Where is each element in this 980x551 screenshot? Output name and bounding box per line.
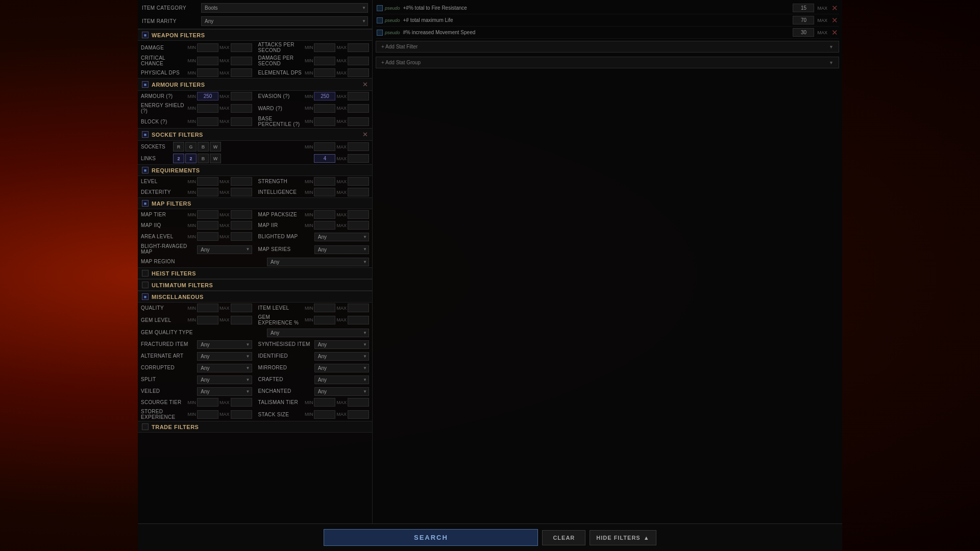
map-iiq-max-input[interactable]	[231, 221, 252, 230]
map-region-select[interactable]: Any	[267, 258, 369, 266]
item-level-max-input[interactable]	[348, 304, 369, 312]
int-min-input[interactable]	[314, 188, 335, 196]
stat-2-delete-btn[interactable]: ✕	[831, 16, 838, 24]
map-packsize-min-input[interactable]	[314, 210, 335, 219]
misc-filters-header[interactable]: ■ Miscellaneous	[138, 291, 372, 303]
stat-1-max-label[interactable]: MAX	[816, 6, 828, 11]
stat-3-value-input[interactable]	[793, 28, 814, 37]
requirements-header[interactable]: ■ Requirements	[138, 164, 372, 176]
socket-filters-close[interactable]: ✕	[362, 131, 368, 138]
stat-2-value-input[interactable]	[793, 16, 814, 24]
link-b-btn[interactable]: B	[198, 154, 209, 163]
gem-exp-max-input[interactable]	[348, 316, 369, 324]
edps-min-input[interactable]	[314, 68, 335, 77]
blight-ravaged-select[interactable]: Any	[197, 245, 252, 254]
gem-exp-min-input[interactable]	[314, 316, 335, 324]
damage-max-input[interactable]	[231, 43, 252, 52]
evasion-min-input[interactable]	[314, 92, 335, 101]
misc-filters-toggle[interactable]: ■	[142, 293, 149, 300]
stat-3-max-label[interactable]: MAX	[816, 30, 828, 35]
talisman-tier-max-input[interactable]	[348, 398, 369, 407]
socket-filters-toggle[interactable]: ■	[142, 131, 149, 138]
armour-filters-close[interactable]: ✕	[362, 81, 368, 88]
base-pct-max-input[interactable]	[348, 117, 369, 126]
map-tier-max-input[interactable]	[231, 210, 252, 219]
dps-min-input[interactable]	[314, 57, 335, 65]
enchanted-select[interactable]: Any	[314, 387, 369, 396]
weapon-filters-header[interactable]: ■ Weapon Filters	[138, 29, 372, 41]
stat-1-delete-btn[interactable]: ✕	[831, 4, 838, 12]
socket-b-btn[interactable]: B	[198, 142, 209, 152]
map-iiq-min-input[interactable]	[197, 221, 218, 230]
stat-2-checkbox[interactable]	[377, 17, 383, 23]
blighted-map-select[interactable]: Any	[314, 233, 369, 241]
area-level-min-input[interactable]	[197, 232, 218, 241]
alt-art-select[interactable]: Any	[197, 352, 252, 361]
stat-3-delete-btn[interactable]: ✕	[831, 29, 838, 36]
socket-g-btn[interactable]: G	[185, 142, 197, 152]
fractured-select[interactable]: Any	[197, 340, 252, 349]
weapon-filters-toggle[interactable]: ■	[142, 32, 149, 38]
add-stat-filter-button[interactable]: + Add Stat Filter ▼	[376, 41, 839, 53]
identified-select[interactable]: Any	[314, 352, 369, 361]
dex-max-input[interactable]	[231, 188, 252, 196]
armour-filters-toggle[interactable]: ■	[142, 81, 149, 88]
crit-max-input[interactable]	[231, 57, 252, 65]
crafted-select[interactable]: Any	[314, 375, 369, 384]
map-iir-min-input[interactable]	[314, 221, 335, 230]
sockets-min-input[interactable]	[314, 142, 335, 151]
split-select[interactable]: Any	[197, 375, 252, 384]
hide-filters-button[interactable]: Hide Filters ▲	[590, 530, 656, 545]
dex-min-input[interactable]	[197, 188, 218, 196]
corrupted-select[interactable]: Any	[197, 364, 252, 372]
socket-filters-header[interactable]: ■ Socket Filters ✕	[138, 128, 372, 141]
level-min-input[interactable]	[197, 177, 218, 186]
stat-2-max-label[interactable]: MAX	[816, 18, 828, 23]
int-max-input[interactable]	[348, 188, 369, 196]
gem-level-max-input[interactable]	[231, 316, 252, 324]
item-level-min-input[interactable]	[314, 304, 335, 312]
stack-size-min-input[interactable]	[314, 410, 335, 419]
damage-min-input[interactable]	[197, 43, 218, 52]
add-stat-group-button[interactable]: + Add Stat Group ▼	[376, 57, 839, 68]
clear-button[interactable]: Clear	[542, 530, 585, 545]
armour-max-input[interactable]	[231, 92, 252, 101]
item-rarity-select[interactable]: Any	[201, 16, 368, 26]
armour-min-input[interactable]	[197, 92, 218, 101]
veiled-select[interactable]: Any	[197, 387, 252, 396]
map-filters-header[interactable]: ■ Map Filters	[138, 197, 372, 209]
level-max-input[interactable]	[231, 177, 252, 186]
quality-min-input[interactable]	[197, 304, 218, 312]
es-min-input[interactable]	[197, 104, 218, 113]
gem-level-min-input[interactable]	[197, 316, 218, 324]
mirrored-select[interactable]: Any	[314, 364, 369, 372]
heist-filters-toggle[interactable]	[142, 270, 149, 277]
pdps-min-input[interactable]	[197, 68, 218, 77]
stat-3-checkbox[interactable]	[377, 30, 383, 36]
search-button[interactable]: Search	[324, 529, 538, 546]
gem-quality-type-select[interactable]: Any	[267, 329, 369, 337]
links-max-input[interactable]	[348, 154, 369, 163]
requirements-toggle[interactable]: ■	[142, 167, 149, 173]
scourge-tier-max-input[interactable]	[231, 398, 252, 407]
armour-filters-header[interactable]: ■ Armour Filters ✕	[138, 78, 372, 91]
ward-min-input[interactable]	[314, 104, 335, 113]
link-w-btn[interactable]: W	[210, 154, 221, 163]
aps-min-input[interactable]	[314, 43, 335, 52]
trade-filters-toggle[interactable]	[142, 423, 149, 430]
es-max-input[interactable]	[231, 104, 252, 113]
map-tier-min-input[interactable]	[197, 210, 218, 219]
map-series-select[interactable]: Any	[314, 245, 369, 254]
stat-1-value-input[interactable]	[793, 4, 814, 12]
quality-max-input[interactable]	[231, 304, 252, 312]
ultimatum-filters-toggle[interactable]	[142, 282, 149, 288]
trade-filters-header[interactable]: Trade Filters	[138, 421, 372, 433]
stat-1-checkbox[interactable]	[377, 5, 383, 11]
sockets-max-input[interactable]	[348, 142, 369, 151]
stored-exp-min-input[interactable]	[197, 410, 218, 419]
synthesised-select[interactable]: Any	[314, 340, 369, 349]
strength-max-input[interactable]	[348, 177, 369, 186]
link-2a-btn[interactable]: 2	[173, 154, 184, 163]
talisman-tier-min-input[interactable]	[314, 398, 335, 407]
scourge-tier-min-input[interactable]	[197, 398, 218, 407]
